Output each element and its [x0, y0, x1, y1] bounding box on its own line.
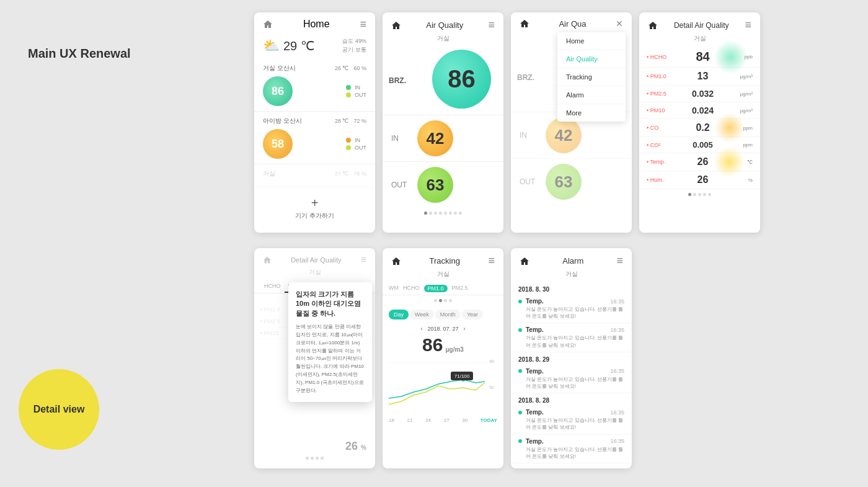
dq-row-pm100: • PM10 0.024 μg/m³ [639, 102, 760, 119]
room2-out-row: OUT [346, 145, 366, 151]
screen-detail-quality: Detail Air Quality ≡ 거실 HCHO PM1.0 PM2.5… [254, 248, 375, 468]
dq-pm10-unit: μg/m³ [735, 74, 753, 79]
al-dot4 [518, 411, 522, 414]
dq-menu-icon[interactable]: ≡ [745, 19, 751, 32]
tr-tab-hcho[interactable]: HCHO [403, 285, 420, 292]
al-date-0: 2018. 8. 30 [511, 282, 632, 295]
room3-humid: 76 % [353, 171, 366, 177]
prev-arrow[interactable]: ‹ [420, 326, 422, 332]
menu-home[interactable]: Home [557, 32, 626, 50]
dq-title: Detail Air Quality [674, 21, 729, 30]
menu-air-quality[interactable]: Air Quality [557, 50, 626, 68]
x-label-3: 27 [444, 418, 450, 423]
aq-in-row: IN 42 [383, 115, 503, 161]
home-icon [263, 19, 273, 29]
al-type4: Temp. [526, 409, 606, 416]
al-time3: 16:35 [610, 368, 624, 374]
room1-value: 86 [272, 85, 284, 98]
tr-sub-tabs: WM HCHO PM1.0 PM2.5 [383, 282, 503, 295]
dqb-menu-icon[interactable]: ≡ [361, 254, 366, 266]
menu-alarm[interactable]: Alarm [557, 86, 626, 104]
tab-hcho[interactable]: HCHO [260, 280, 285, 293]
room1-humid: 60 % [353, 65, 366, 71]
al-menu-icon[interactable]: ≡ [616, 254, 623, 267]
al-dot2 [518, 328, 522, 332]
aqm-home-icon [520, 19, 529, 29]
dq-row-co2: • CO² 0.005 ppm [639, 137, 760, 153]
dq-pm100-label: PM10 [650, 107, 665, 114]
room3-name: 거실 [263, 169, 275, 178]
in-label2: IN [355, 137, 360, 143]
tab-week[interactable]: Week [410, 310, 434, 319]
detail-view-label: Detail view [33, 404, 85, 415]
tr-menu-icon[interactable]: ≡ [488, 254, 495, 267]
al-time4: 16:35 [610, 409, 624, 416]
dq-pm25-value: 0.032 [692, 89, 714, 99]
in-label: IN [355, 84, 360, 91]
in-dot2 [346, 138, 351, 143]
home-top-weather: ⛅ 29 ℃ 습도 49% 공기 보통 [254, 32, 375, 59]
next-arrow[interactable]: › [464, 326, 466, 332]
tr-home-icon [391, 256, 401, 266]
room2-in-row: IN [346, 137, 366, 143]
al-date-1: 2018. 8. 29 [511, 352, 632, 365]
x-label-today: TODAY [480, 418, 497, 423]
tr-x-labels: 18 21 24 27 30 TODAY [383, 418, 503, 423]
menu-more[interactable]: More [557, 104, 626, 122]
aqm-close-icon[interactable]: ✕ [616, 19, 623, 29]
aq-header: Air Quality ≡ [383, 12, 503, 34]
tab-day[interactable]: Day [389, 310, 409, 319]
aqm-title: Air Qua [559, 19, 586, 29]
dq-row-co: • CO 0.2 ppm [639, 119, 760, 137]
al-dot3 [518, 369, 522, 373]
al-type3: Temp. [526, 368, 606, 375]
room2-body: 58 IN OUT [263, 129, 366, 159]
al-item-0-0-header: Temp. 16:35 [518, 298, 624, 305]
aqm-in-value: 42 [555, 126, 573, 145]
tr-tab-wm[interactable]: WM [389, 285, 399, 292]
tab-month[interactable]: Month [435, 310, 461, 319]
room1-header: 거실 오산시 26 ℃ 60 % [263, 64, 366, 73]
air-quality-text: 공기 보통 [342, 46, 366, 55]
tr-value: 86 [422, 334, 443, 355]
screen-tracking: Tracking ≡ 거실 WM HCHO PM1.0 PM2.5 Day We… [383, 248, 503, 468]
cloud-icon: ⛅ [263, 38, 280, 54]
dq-co-value: 0.2 [696, 122, 709, 133]
dq-pm25-label: PM2.5 [650, 91, 666, 97]
dq-header: Detail Air Quality ≡ [639, 12, 760, 34]
home-menu-icon[interactable]: ≡ [360, 19, 366, 30]
svg-text:99: 99 [489, 359, 494, 364]
dq-hum-label: Hum. [650, 177, 664, 183]
add-device-section[interactable]: + 기기 추가하기 [254, 187, 375, 229]
aqm-brz-label: BRZ. [517, 73, 534, 82]
tr-period-tabs: Day Week Month Year [383, 306, 503, 323]
dqb-hum-unit: % [361, 444, 366, 451]
dq-hcho-label: HCHO [650, 54, 667, 60]
aq-menu-icon[interactable]: ≡ [488, 19, 495, 32]
tab-year[interactable]: Year [462, 310, 483, 319]
dqb-home-icon [263, 256, 272, 264]
screen-air-quality: Air Quality ≡ 거실 BRZ. 86 IN 42 OUT 63 [383, 12, 503, 233]
tr-tab-pm10-active[interactable]: PM1.0 [424, 285, 448, 292]
menu-tracking[interactable]: Tracking [557, 68, 626, 86]
aq-in-value: 42 [427, 129, 445, 148]
al-title: Alarm [562, 256, 583, 266]
weather-details: 습도 49% 공기 보통 [342, 37, 366, 54]
al-item-1-0: Temp. 16:35 거실 온도가 높아지고 있습니다. 선풍기를 틀어 온도… [511, 365, 632, 393]
room3-row: 거실 27 ℃ 76 % [254, 164, 375, 187]
bottom-screens-row: Detail Air Quality ≡ 거실 HCHO PM1.0 PM2.5… [254, 248, 632, 468]
room2-header: 아이방 오산시 28 ℃ 72 % [263, 117, 366, 125]
al-text4: 거실 온도가 높아지고 있습니다. 선풍기를 틀어 온도를 낮춰 보세요! [518, 417, 624, 431]
out-dot2 [346, 145, 351, 150]
al-item-2-0: Temp. 16:35 거실 온도가 높아지고 있습니다. 선풍기를 틀어 온도… [511, 406, 632, 434]
room2-inout: IN OUT [346, 136, 366, 152]
al-time5: 16:35 [610, 438, 624, 444]
svg-text:50: 50 [489, 385, 494, 390]
out-dot [346, 92, 351, 97]
aqm-out-value: 63 [555, 172, 573, 192]
tr-date-row: ‹ 2018. 07. 27 › [383, 323, 503, 334]
al-time: 16:35 [610, 298, 624, 305]
tr-title: Tracking [430, 256, 460, 266]
tr-tab-pm25[interactable]: PM2.5 [452, 285, 468, 292]
dq-row-hum: • Hum. 26 % [639, 171, 760, 189]
